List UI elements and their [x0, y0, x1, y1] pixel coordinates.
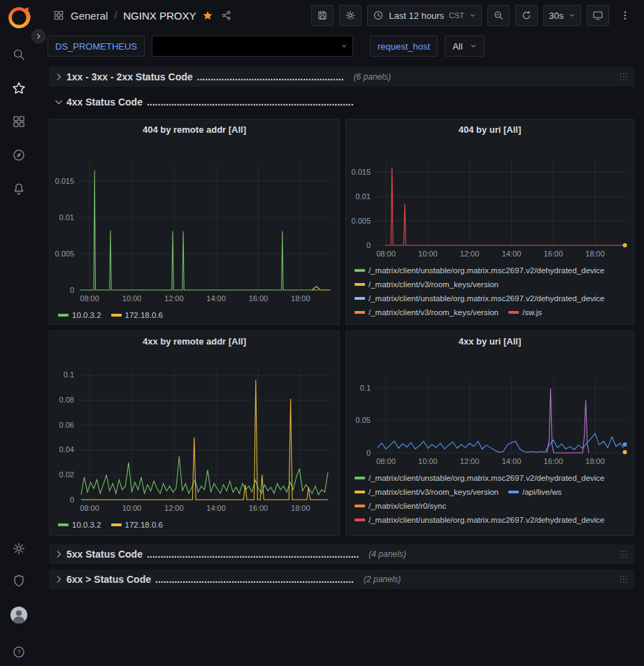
sidebar-item-alerting[interactable] [0, 182, 38, 196]
chart-404-by-remote-addr[interactable]: 08:0010:0012:0014:0016:0018:0000.0050.01… [50, 139, 339, 307]
legend-label: /_matrix/client/unstable/org.matrix.msc2… [368, 294, 605, 303]
chart-legend: 10.0.3.2172.18.0.6 [50, 516, 339, 532]
legend-swatch [355, 505, 365, 507]
share-icon[interactable] [221, 10, 232, 21]
legend-swatch [111, 523, 122, 526]
legend-label: 172.18.0.6 [125, 311, 163, 319]
row-title: 6xx > Status Code [66, 574, 151, 585]
svg-text:18:00: 18:00 [585, 457, 605, 465]
drag-handle-icon[interactable] [619, 574, 629, 584]
drag-handle-icon[interactable] [619, 549, 629, 559]
datasource-variable-label: DS_PROMETHEUS [48, 36, 145, 57]
svg-text:?: ? [17, 649, 20, 656]
refresh-interval-picker[interactable]: 30s [543, 5, 581, 26]
chevron-right-icon [54, 574, 64, 584]
legend-item[interactable]: /_matrix/client/unstable/org.matrix.msc2… [355, 513, 605, 527]
legend-item[interactable]: 10.0.3.2 [58, 518, 101, 532]
refresh-button[interactable] [515, 5, 538, 26]
row-panel-count: (2 panels) [364, 574, 401, 584]
chart-svg: 08:0010:0012:0014:0016:0018:0000.020.040… [50, 351, 339, 516]
svg-text:08:00: 08:00 [80, 504, 99, 512]
chart-legend: /_matrix/client/unstable/org.matrix.msc2… [346, 262, 634, 319]
legend-item[interactable]: /api/live/ws [508, 485, 561, 499]
panel-title[interactable]: 4xx by uri [All] [346, 331, 634, 351]
legend-label: /_matrix/client/unstable/org.matrix.msc2… [368, 474, 605, 482]
panel-404-by-remote-addr: 404 by remote addr [All] 08:0010:0012:00… [49, 119, 340, 325]
svg-text:08:00: 08:00 [376, 249, 396, 258]
svg-text:16:00: 16:00 [249, 294, 269, 303]
legend-item[interactable]: /_matrix/client/unstable/org.matrix.msc2… [355, 291, 605, 305]
datasource-variable-dropdown[interactable] [152, 36, 353, 57]
more-options-button[interactable] [615, 5, 636, 26]
row-5xx-status-code[interactable]: 5xx Status Code ........................… [49, 544, 634, 564]
svg-text:0.015: 0.015 [351, 168, 371, 176]
caret-down-icon [469, 12, 476, 19]
legend-item[interactable]: /_matrix/client/v3/room_keys/version [355, 277, 499, 291]
panel-title[interactable]: 404 by remote addr [All] [50, 120, 339, 139]
sidebar-item-configuration[interactable] [0, 542, 38, 556]
legend-item[interactable]: /_matrix/client/unstable/org.matrix.msc2… [355, 471, 605, 485]
svg-text:12:00: 12:00 [164, 294, 184, 303]
legend-item[interactable]: 172.18.0.6 [111, 518, 163, 532]
svg-text:10:00: 10:00 [122, 504, 142, 512]
svg-text:18:00: 18:00 [585, 249, 605, 258]
zoom-out-button[interactable] [487, 5, 510, 26]
legend-item[interactable]: /_matrix/client/v3/room_keys/version [355, 305, 499, 319]
sidebar-item-help[interactable]: ? [0, 645, 38, 659]
tv-mode-button[interactable] [587, 5, 609, 26]
chart-4xx-by-uri[interactable]: 08:0010:0012:0014:0016:0018:0000.050.1 [346, 351, 634, 470]
favorite-star-icon[interactable] [202, 10, 213, 21]
help-icon: ? [12, 645, 26, 659]
panel-title[interactable]: 4xx by remote addr [All] [50, 331, 339, 351]
legend-swatch [355, 519, 365, 521]
dashboard-settings-button[interactable] [339, 5, 362, 26]
legend-swatch [355, 311, 365, 314]
legend-item[interactable]: /sw.js [508, 305, 542, 319]
legend-label: /_matrix/client/unstable/org.matrix.msc2… [368, 266, 605, 275]
svg-text:0.06: 0.06 [59, 421, 74, 429]
svg-text:0.005: 0.005 [55, 249, 74, 258]
zoom-out-icon [493, 10, 504, 21]
sidebar-item-search[interactable] [0, 48, 38, 61]
legend-swatch [111, 314, 122, 317]
chart-404-by-uri[interactable]: 08:0010:0012:0014:0016:0018:0000.0050.01… [346, 139, 634, 262]
legend-item[interactable]: /_matrix/client/v3/room_keys/version [355, 485, 499, 499]
caret-down-icon [470, 43, 477, 50]
legend-label: /_matrix/client/r0/sync [368, 502, 446, 510]
save-icon [317, 10, 328, 21]
breadcrumb-folder[interactable]: General [71, 10, 108, 22]
sidebar: ? [0, 0, 38, 666]
row-4xx-status-code[interactable]: 4xx Status Code ........................… [49, 92, 634, 112]
drag-handle-icon[interactable] [619, 72, 629, 82]
panel-title[interactable]: 404 by uri [All] [346, 120, 634, 139]
refresh-interval-label: 30s [549, 10, 564, 21]
sidebar-expand-button[interactable] [31, 29, 45, 43]
dashboards-grid-icon [12, 115, 26, 129]
row-1xx-3xx-2xx-status-code[interactable]: 1xx - 3xx - 2xx Status Code ............… [49, 67, 634, 87]
legend-item[interactable]: 172.18.0.6 [111, 308, 163, 322]
sidebar-item-starred[interactable] [0, 81, 38, 95]
legend-label: /_matrix/client/v3/room_keys/version [368, 280, 499, 289]
svg-text:0.005: 0.005 [351, 217, 371, 225]
chart-4xx-by-remote-addr[interactable]: 08:0010:0012:0014:0016:0018:0000.020.040… [50, 351, 339, 516]
sidebar-item-dashboards[interactable] [0, 115, 38, 129]
row-6xx-status-code[interactable]: 6xx > Status Code ......................… [49, 570, 634, 589]
time-range-picker[interactable]: Last 12 hours CST [367, 5, 482, 26]
navbar-actions: Last 12 hours CST 30s [311, 5, 636, 26]
svg-text:0: 0 [366, 241, 371, 249]
legend-item[interactable]: /_matrix/client/unstable/org.matrix.msc2… [355, 263, 605, 277]
grafana-logo[interactable] [6, 4, 32, 31]
sidebar-item-explore[interactable] [0, 148, 38, 162]
svg-text:10:00: 10:00 [418, 457, 438, 465]
row-title-dots: ........................................… [197, 71, 344, 82]
legend-swatch [355, 477, 365, 479]
legend-item[interactable]: /_matrix/client/r0/sync [355, 499, 446, 513]
save-dashboard-button[interactable] [311, 5, 334, 26]
sidebar-item-server-admin[interactable] [0, 574, 38, 588]
sidebar-item-profile[interactable] [0, 606, 38, 627]
chart-legend: /_matrix/client/unstable/org.matrix.msc2… [346, 470, 634, 527]
row-title-dots: ........................................… [155, 574, 354, 585]
dashboard-title[interactable]: NGINX PROXY [123, 10, 196, 22]
legend-item[interactable]: 10.0.3.2 [58, 308, 101, 322]
request-host-variable-dropdown[interactable]: All [445, 36, 484, 57]
